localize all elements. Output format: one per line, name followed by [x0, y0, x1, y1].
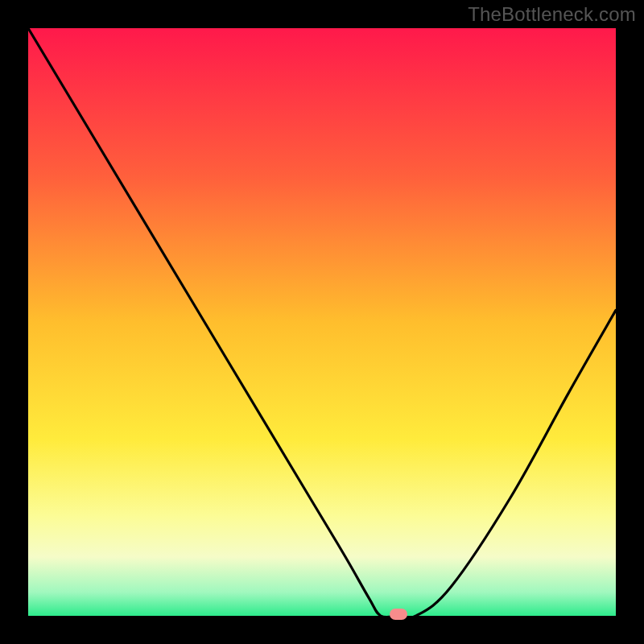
- optimal-point-marker: [390, 609, 407, 620]
- watermark-text: TheBottleneck.com: [468, 3, 636, 26]
- plot-area: [28, 28, 616, 616]
- bottleneck-curve: [28, 28, 616, 616]
- chart-frame: TheBottleneck.com: [0, 0, 644, 644]
